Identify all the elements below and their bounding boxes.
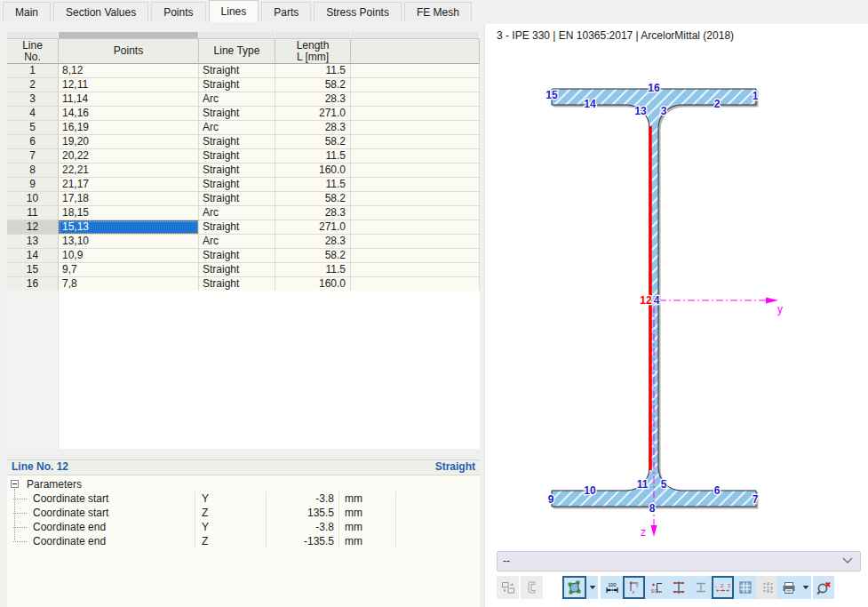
points-cell[interactable]: 12,11 xyxy=(59,78,199,92)
line-type-cell[interactable]: Straight xyxy=(199,263,275,277)
points-cell[interactable]: 15,13 xyxy=(59,220,199,235)
detail-list-button[interactable] xyxy=(756,576,778,599)
points-cell[interactable]: 19,20 xyxy=(59,135,199,149)
row-number-cell[interactable]: 5 xyxy=(7,121,59,135)
length-cell[interactable]: 58.2 xyxy=(275,135,351,149)
row-number-cell[interactable]: 14 xyxy=(7,249,59,263)
points-cell[interactable]: 10,9 xyxy=(59,249,199,263)
row-number-cell[interactable]: 4 xyxy=(7,107,59,121)
section-plain-button[interactable] xyxy=(689,576,712,599)
section-shape-button[interactable] xyxy=(521,576,543,599)
column-header-line-type[interactable]: Line Type xyxy=(199,39,275,64)
line-type-cell[interactable]: Straight xyxy=(199,149,275,164)
print-button[interactable] xyxy=(777,576,800,599)
collapse-icon[interactable] xyxy=(11,480,19,488)
points-cell[interactable]: 14,16 xyxy=(59,107,199,121)
empty-cell[interactable] xyxy=(351,107,480,121)
row-number-cell[interactable]: 1 xyxy=(7,64,59,78)
section-dimension-lines-button[interactable] xyxy=(667,576,689,599)
line-type-cell[interactable]: Arc xyxy=(199,206,275,220)
row-number-cell[interactable]: 9 xyxy=(7,178,59,192)
length-cell[interactable]: 58.2 xyxy=(275,249,351,263)
row-number-cell[interactable]: 6 xyxy=(7,135,59,149)
length-cell[interactable]: 11.5 xyxy=(275,178,351,192)
length-cell[interactable]: 28.3 xyxy=(275,235,351,249)
line-type-cell[interactable]: Straight xyxy=(199,220,275,235)
points-cell[interactable]: 9,7 xyxy=(59,263,199,277)
line-type-cell[interactable]: Arc xyxy=(199,121,275,135)
tab-fe-mesh[interactable]: FE Mesh xyxy=(404,2,472,21)
result-table-button[interactable] xyxy=(734,576,756,599)
coordinate-system-button[interactable]: yz xyxy=(623,576,645,599)
length-cell[interactable]: 58.2 xyxy=(275,78,351,92)
empty-cell[interactable] xyxy=(351,178,480,192)
row-number-cell[interactable]: 8 xyxy=(7,164,59,178)
points-cell[interactable]: 22,21 xyxy=(59,164,199,178)
column-header-length[interactable]: Length L [mm] xyxy=(275,39,351,64)
empty-cell[interactable] xyxy=(351,149,480,164)
column-header-line-no[interactable]: Line No. xyxy=(7,39,59,64)
empty-cell[interactable] xyxy=(351,192,480,206)
empty-cell[interactable] xyxy=(351,263,480,277)
column-header-points[interactable]: Points xyxy=(59,39,199,64)
empty-cell[interactable] xyxy=(351,277,480,292)
line-type-cell[interactable]: Straight xyxy=(199,249,275,263)
row-number-cell[interactable]: 12 xyxy=(7,220,59,235)
empty-cell[interactable] xyxy=(351,92,480,107)
empty-cell[interactable] xyxy=(351,249,480,263)
length-cell[interactable]: 11.5 xyxy=(275,149,351,164)
line-type-cell[interactable]: Straight xyxy=(199,78,275,92)
empty-cell[interactable] xyxy=(351,235,480,249)
length-cell[interactable]: 160.0 xyxy=(275,164,351,178)
tab-main[interactable]: Main xyxy=(3,2,51,21)
tab-parts[interactable]: Parts xyxy=(261,2,311,21)
dimensions-button[interactable]: 100 xyxy=(601,576,623,599)
row-number-cell[interactable]: 11 xyxy=(7,206,59,220)
points-cell[interactable]: 8,12 xyxy=(59,64,199,78)
view-full-section-dropdown[interactable] xyxy=(586,576,598,599)
line-type-cell[interactable]: Straight xyxy=(199,64,275,78)
length-cell[interactable]: 271.0 xyxy=(275,220,351,235)
length-cell[interactable]: 58.2 xyxy=(275,192,351,206)
points-cell[interactable]: 11,14 xyxy=(59,92,199,107)
points-cell[interactable]: 16,19 xyxy=(59,121,199,135)
zoom-reset-button[interactable] xyxy=(813,576,834,599)
length-cell[interactable]: 271.0 xyxy=(275,107,351,121)
points-cell[interactable]: 17,18 xyxy=(59,192,199,206)
line-type-cell[interactable]: Straight xyxy=(199,192,275,206)
line-type-cell[interactable]: Straight xyxy=(199,277,275,292)
length-cell[interactable]: 160.0 xyxy=(275,277,351,292)
annotation-dropdown[interactable]: -- xyxy=(497,551,861,571)
line-type-cell[interactable]: Straight xyxy=(199,135,275,149)
line-type-cell[interactable]: Straight xyxy=(199,107,275,121)
line-type-cell[interactable]: Arc xyxy=(199,235,275,249)
row-number-cell[interactable]: 16 xyxy=(7,277,59,292)
points-cell[interactable]: 13,10 xyxy=(59,235,199,249)
empty-cell[interactable] xyxy=(351,78,480,92)
empty-cell[interactable] xyxy=(351,64,480,78)
save-graphic-button[interactable] xyxy=(497,576,519,599)
row-number-cell[interactable]: 2 xyxy=(7,78,59,92)
tab-lines[interactable]: Lines xyxy=(209,0,259,22)
length-cell[interactable]: 11.5 xyxy=(275,64,351,78)
line-type-cell[interactable]: Straight xyxy=(199,178,275,192)
points-cell[interactable]: 7,8 xyxy=(59,277,199,292)
empty-cell[interactable] xyxy=(351,135,480,149)
line-type-cell[interactable]: Arc xyxy=(199,92,275,107)
length-cell[interactable]: 11.5 xyxy=(275,263,351,277)
empty-cell[interactable] xyxy=(351,206,480,220)
row-number-cell[interactable]: 15 xyxy=(7,263,59,277)
column-header-empty[interactable] xyxy=(351,39,480,64)
row-number-cell[interactable]: 3 xyxy=(7,92,59,107)
shear-center-button[interactable]: SC xyxy=(645,576,667,599)
row-number-cell[interactable]: 7 xyxy=(7,149,59,164)
points-cell[interactable]: 21,17 xyxy=(59,178,199,192)
line-type-cell[interactable]: Straight xyxy=(199,164,275,178)
points-cell[interactable]: 20,22 xyxy=(59,149,199,164)
length-cell[interactable]: 28.3 xyxy=(275,121,351,135)
tab-stress-points[interactable]: Stress Points xyxy=(314,2,402,21)
row-number-cell[interactable]: 10 xyxy=(7,192,59,206)
numbering-button[interactable]: 1 2 3 xyxy=(712,576,734,599)
tab-points[interactable]: Points xyxy=(151,2,205,21)
view-full-section-button[interactable] xyxy=(562,576,586,599)
